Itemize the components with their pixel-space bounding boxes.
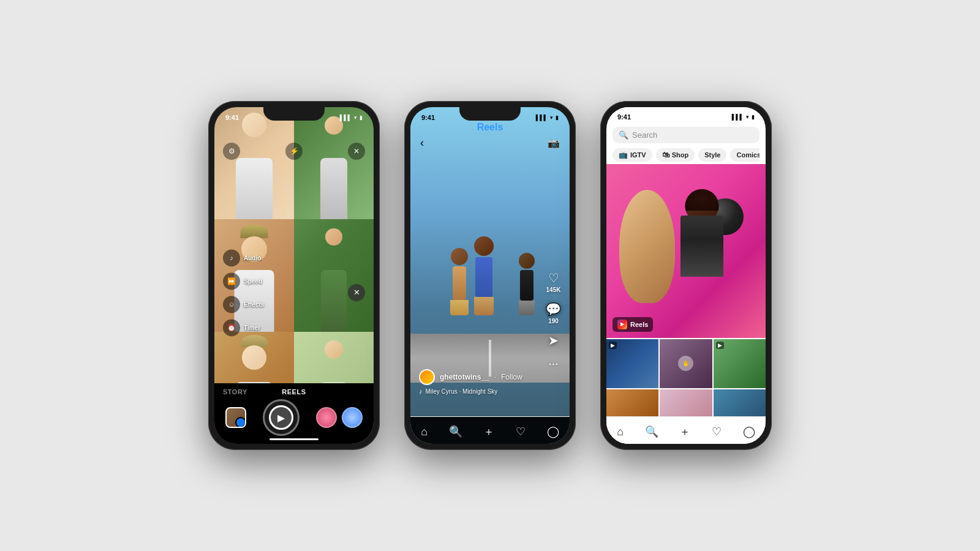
search-nav-3[interactable]: 🔍 [639, 422, 665, 441]
battery-icon-3: ▮ [752, 114, 755, 120]
bottom-nav-3: ⌂ 🔍 ＋ ♡ ◯ [606, 416, 766, 444]
heart-nav[interactable]: ♡ [510, 422, 532, 441]
dancer-center-head [474, 236, 494, 256]
thumb-3[interactable]: ▶ [714, 339, 766, 388]
effects-control[interactable]: ☺ Effects [223, 296, 264, 313]
time-2: 9:41 [421, 114, 435, 121]
dancer-left [450, 248, 469, 315]
dancer-center-legs [474, 297, 494, 315]
notch1 [263, 107, 325, 121]
explore-header: 🔍 Search 📺 IGTV 🛍 Shop Style [606, 123, 766, 164]
audio-label: Audio [244, 255, 261, 261]
camera-bottom: STORY REELS ▶ [214, 383, 374, 444]
timer-icon: ⏰ [223, 319, 240, 336]
speed-label: Speed [244, 278, 262, 285]
reels-capture-icon: ▶ [277, 412, 285, 424]
filter-pink[interactable] [316, 407, 337, 428]
reels-mode-tab[interactable]: REELS [282, 388, 306, 395]
story-mode-tab[interactable]: STORY [223, 388, 247, 395]
filter-blue[interactable] [342, 407, 363, 428]
more-icon[interactable]: ··· [548, 356, 559, 370]
status-icons-3: ▌▌▌ ▾ ▮ [732, 114, 755, 120]
speed-icon: ⏩ [223, 272, 240, 290]
profile-nav[interactable]: ◯ [541, 422, 565, 441]
back-icon[interactable]: ‹ [420, 137, 424, 149]
timer-control[interactable]: ⏰ Timer [223, 319, 264, 336]
speed-control[interactable]: ⏩ Speed [223, 272, 264, 290]
dancer-left-legs [450, 300, 469, 315]
thumb2-content: ✋ [660, 339, 712, 388]
separator: · [494, 373, 496, 381]
phone3-screen: 9:41 ▌▌▌ ▾ ▮ 🔍 Search 📺 IGTV [606, 107, 766, 444]
home-nav-3[interactable]: ⌂ [611, 423, 630, 441]
search-bar[interactable]: 🔍 Search [612, 127, 760, 143]
flash-icon[interactable]: ⚡ [285, 143, 303, 160]
tab-shop[interactable]: 🛍 Shop [656, 148, 695, 162]
tab-comics[interactable]: Comics [730, 148, 760, 162]
heart-icon[interactable]: ♡ [548, 271, 559, 285]
gallery-thumbnail[interactable] [225, 407, 246, 428]
category-tabs: 📺 IGTV 🛍 Shop Style Comics TV & Movi… [612, 148, 760, 164]
audio-icon: ♪ [223, 249, 240, 266]
add-nav-3[interactable]: ＋ [673, 422, 696, 441]
thumb-2[interactable]: ✋ [660, 339, 712, 388]
follow-button[interactable]: Follow [501, 373, 522, 381]
music-row: ♪ Miley Cyrus · Midnight Sky [419, 388, 561, 395]
mode-selector: STORY REELS [223, 388, 365, 395]
camera-icon[interactable]: 📷 [548, 137, 560, 149]
music-info: Miley Cyrus · Midnight Sky [426, 388, 498, 395]
reels-badge-icon: ▶ [617, 320, 627, 329]
share-icon[interactable]: ➤ [548, 333, 559, 348]
status-icons-1: ▌▌▌ ▾ ▮ [340, 114, 363, 121]
filter-options [316, 407, 363, 428]
settings-icon[interactable]: ⚙ [223, 143, 240, 160]
home-indicator-1 [270, 438, 318, 440]
phones-container: 9:41 ▌▌▌ ▾ ▮ ⚙ ⚡ ✕ ♪ [208, 101, 772, 450]
phone2: 9:41 ▌▌▌ ▾ ▮ ‹ Reels 📷 ♡ 145K [404, 101, 576, 450]
hand-icon: ✋ [678, 356, 693, 371]
dancer-right-head [519, 253, 535, 269]
shop-label: Shop [672, 151, 689, 159]
tab-style[interactable]: Style [698, 148, 726, 162]
igtv-label: IGTV [630, 151, 646, 159]
time-1: 9:41 [225, 114, 239, 121]
more-group: ··· [548, 356, 559, 370]
shop-icon: 🛍 [662, 151, 669, 159]
bottom-nav-2: ⌂ 🔍 ＋ ♡ ◯ [410, 416, 570, 444]
user-row: ghettotwins__ · Follow [419, 369, 561, 385]
notch3 [655, 107, 717, 121]
thumb-1[interactable]: ▶ [606, 339, 658, 388]
status-bar-2: 9:41 ▌▌▌ ▾ ▮ [410, 107, 570, 124]
thumb3-indicator: ▶ [716, 342, 724, 349]
comment-icon[interactable]: 💬 [546, 302, 561, 317]
remove-clip-button[interactable]: ✕ [348, 284, 365, 301]
dancer-center-body [475, 257, 492, 297]
reels-header: 9:41 ▌▌▌ ▾ ▮ ‹ Reels 📷 [410, 107, 570, 154]
signal-icon: ▌▌▌ [340, 114, 352, 121]
timer-label: Timer [244, 324, 260, 331]
dancer-right-legs [519, 301, 535, 315]
dancer-center [474, 236, 494, 315]
wifi-icon-3: ▾ [746, 114, 749, 120]
signal-icon-3: ▌▌▌ [732, 114, 744, 120]
capture-inner: ▶ [269, 405, 293, 430]
search-nav[interactable]: 🔍 [443, 422, 469, 441]
profile-nav-3[interactable]: ◯ [737, 422, 761, 441]
tab-igtv[interactable]: 📺 IGTV [612, 148, 652, 162]
status-icons-2: ▌▌▌ ▾ ▮ [536, 114, 559, 121]
reels-badge: ▶ Reels [612, 317, 653, 332]
comment-count: 190 [548, 318, 559, 324]
close-camera-icon[interactable]: ✕ [348, 143, 365, 160]
username[interactable]: ghettotwins__ [440, 373, 489, 381]
comics-label: Comics [736, 151, 760, 159]
search-input[interactable]: Search [632, 130, 657, 140]
home-nav[interactable]: ⌂ [415, 423, 434, 441]
phone2-screen: 9:41 ▌▌▌ ▾ ▮ ‹ Reels 📷 ♡ 145K [410, 107, 570, 444]
like-group: ♡ 145K [546, 271, 561, 293]
heart-nav-3[interactable]: ♡ [706, 422, 728, 441]
audio-control[interactable]: ♪ Audio [223, 249, 264, 266]
search-bar-icon: 🔍 [619, 130, 628, 140]
add-nav[interactable]: ＋ [477, 422, 500, 441]
dancer-left-head [451, 248, 468, 265]
capture-button[interactable]: ▶ [263, 399, 300, 436]
